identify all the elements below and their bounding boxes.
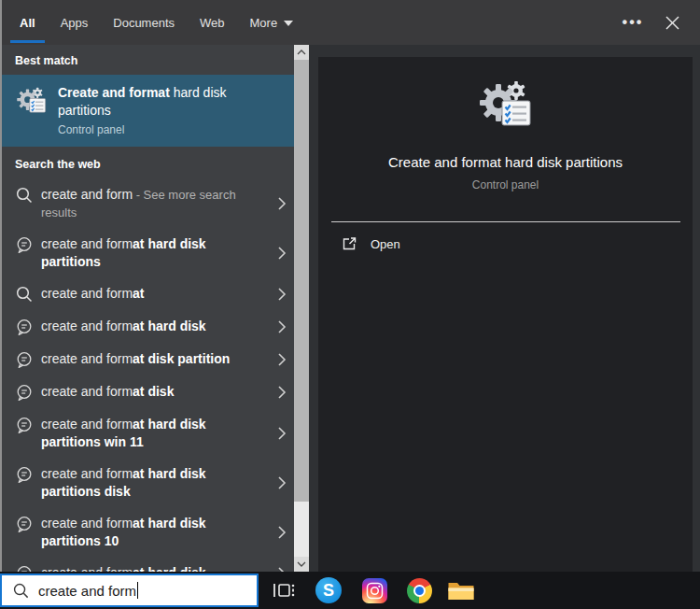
chevron-right-icon[interactable]	[277, 426, 287, 441]
search-input-text[interactable]: create and form	[38, 583, 136, 599]
best-match-subtitle: Control panel	[58, 122, 258, 137]
chevron-right-icon[interactable]	[277, 385, 287, 400]
web-suggestion-icon	[15, 350, 34, 369]
more-options-button[interactable]: •••	[614, 0, 651, 45]
taskbar-search-box[interactable]: create and form	[0, 574, 259, 607]
window-left-edge	[0, 0, 2, 572]
suggestion-item[interactable]: create and format	[0, 278, 294, 311]
disk-management-icon	[15, 86, 49, 120]
web-suggestion-icon	[15, 465, 34, 484]
tab-apps[interactable]: Apps	[61, 16, 89, 30]
suggestion-item[interactable]: create and format hard disk partitions d…	[0, 459, 294, 508]
scrollbar-thumb[interactable]	[294, 60, 309, 502]
suggestion-item[interactable]: create and format hard disk partitions	[0, 229, 294, 278]
tab-documents[interactable]: Documents	[113, 16, 175, 30]
suggestion-item[interactable]: create and format hard disk partitions 1…	[0, 508, 294, 558]
chevron-right-icon[interactable]	[277, 287, 287, 302]
suggestion-item[interactable]: create and format disk partition	[0, 344, 294, 376]
scroll-up-button[interactable]	[294, 45, 309, 60]
web-suggestion-icon	[15, 318, 34, 336]
scroll-down-button[interactable]	[294, 557, 309, 572]
chrome-app-button[interactable]	[400, 572, 438, 609]
preview-panel: Create and format hard disk partitions C…	[318, 57, 693, 572]
web-suggestion-icon	[15, 515, 34, 533]
search-icon	[15, 186, 34, 205]
divider	[331, 221, 680, 222]
file-explorer-icon	[447, 579, 475, 602]
chevron-right-icon[interactable]	[277, 246, 287, 261]
instagram-icon	[362, 578, 387, 603]
search-results-panel: Best match Create and format hard disk p…	[0, 45, 294, 572]
open-icon	[341, 235, 357, 252]
preview-title: Create and format hard disk partitions	[318, 153, 693, 172]
file-explorer-button[interactable]	[442, 572, 480, 609]
open-action[interactable]: Open	[318, 231, 693, 257]
suggestion-item[interactable]: create and format hard disk partitions w…	[0, 409, 294, 459]
chrome-icon	[407, 578, 432, 603]
chevron-right-icon[interactable]	[277, 319, 287, 334]
preview-subtitle: Control panel	[318, 178, 693, 191]
search-the-web-header: Search the web	[0, 147, 294, 179]
tab-web[interactable]: Web	[200, 16, 225, 30]
task-view-button[interactable]	[265, 572, 302, 609]
windows-search-flyout: All Apps Documents Web More ••• Best mat…	[0, 0, 700, 609]
close-icon	[665, 16, 679, 30]
chevron-right-icon[interactable]	[277, 525, 287, 540]
chevron-right-icon[interactable]	[277, 196, 287, 211]
best-match-header: Best match	[0, 45, 294, 68]
close-button[interactable]	[653, 0, 691, 45]
ellipsis-icon: •••	[623, 14, 644, 31]
web-suggestion-icon	[15, 564, 34, 572]
suggestion-see-more[interactable]: create and form - See more search result…	[0, 179, 294, 229]
skype-app-button[interactable]: S	[310, 572, 347, 609]
web-suggestion-icon	[15, 416, 34, 434]
chevron-down-icon	[297, 561, 306, 567]
web-suggestion-icon	[15, 235, 34, 254]
results-scrollbar[interactable]	[294, 45, 309, 572]
instagram-app-button[interactable]	[356, 572, 393, 609]
chevron-down-icon	[284, 21, 293, 26]
tab-more[interactable]: More	[250, 16, 294, 30]
tab-all[interactable]: All	[20, 16, 35, 30]
suggestion-item-partial[interactable]: create and format hard disk	[0, 558, 294, 572]
task-view-icon	[272, 579, 296, 602]
disk-management-icon-large	[476, 78, 536, 138]
suggestion-item[interactable]: create and format hard disk	[0, 311, 294, 344]
search-icon	[12, 582, 30, 600]
taskbar: create and form S	[0, 572, 700, 609]
text-cursor	[137, 582, 138, 599]
search-filter-bar: All Apps Documents Web More •••	[0, 0, 700, 45]
chevron-right-icon[interactable]	[277, 475, 287, 490]
chevron-up-icon	[297, 50, 306, 55]
search-icon	[15, 285, 34, 304]
best-match-result[interactable]: Create and format hard disk partitions C…	[0, 75, 294, 147]
preview-region: Create and format hard disk partitions C…	[309, 45, 700, 572]
web-suggestion-icon	[15, 383, 34, 402]
skype-icon: S	[315, 577, 342, 603]
chevron-right-icon[interactable]	[277, 352, 287, 367]
suggestion-item[interactable]: create and format disk	[0, 376, 294, 409]
best-match-title: Create and format hard disk partitions	[58, 84, 258, 120]
